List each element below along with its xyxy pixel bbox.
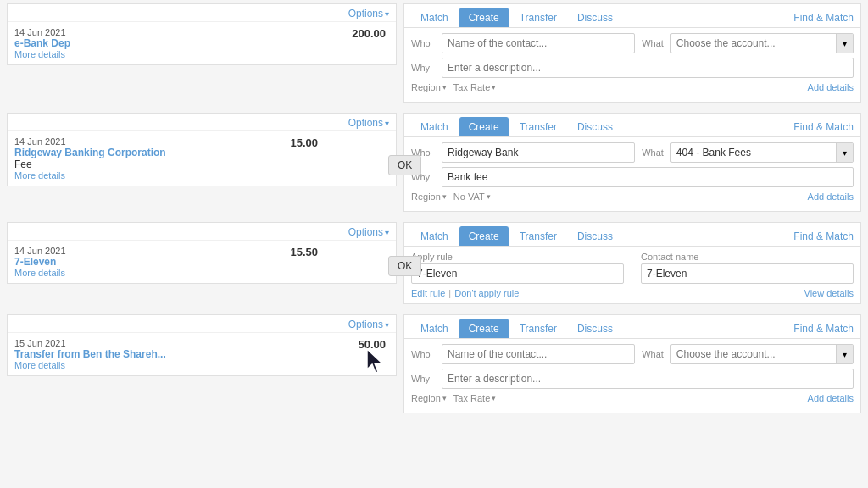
- add-details-btn-4[interactable]: Add details: [808, 393, 854, 403]
- tab-match-3[interactable]: Match: [411, 226, 458, 246]
- tab-create-1[interactable]: Create: [459, 8, 509, 27]
- what-label-1: What: [642, 38, 664, 48]
- transaction-row-3: Options 14 Jun 2021 7-Eleven More detail…: [7, 222, 861, 309]
- options-button-4[interactable]: Options: [348, 319, 389, 330]
- what-arrow-1[interactable]: ▾: [836, 34, 853, 53]
- view-details-btn[interactable]: View details: [804, 288, 854, 298]
- add-details-btn-2[interactable]: Add details: [808, 191, 854, 202]
- tab-transfer-4[interactable]: Transfer: [510, 319, 566, 338]
- tab-match-2[interactable]: Match: [411, 117, 458, 136]
- who-label-4: Who: [411, 349, 438, 359]
- transaction-debit-4: 0.00: [253, 338, 321, 370]
- who-input-4[interactable]: [442, 344, 635, 364]
- region-select-2[interactable]: Region: [411, 191, 447, 202]
- transaction-more-3[interactable]: More details: [14, 268, 253, 278]
- why-label-4: Why: [411, 374, 438, 384]
- cursor-icon: [364, 347, 387, 374]
- why-label-1: Why: [411, 63, 438, 73]
- transaction-row-1: Options 14 Jun 2021 e-Bank Dep More deta…: [7, 3, 861, 108]
- tax-select-1[interactable]: Tax Rate: [453, 82, 496, 92]
- why-input-2[interactable]: [442, 167, 854, 187]
- transaction-debit-2: 15.00: [253, 136, 321, 180]
- transaction-date-1: 14 Jun 2021: [14, 27, 253, 37]
- tab-transfer-3[interactable]: Transfer: [510, 226, 566, 246]
- transaction-more-1[interactable]: More details: [14, 49, 253, 59]
- svg-marker-0: [367, 349, 382, 373]
- cursor-arrow: [364, 347, 387, 377]
- tab-match-1[interactable]: Match: [411, 8, 458, 27]
- tab-transfer-1[interactable]: Transfer: [510, 8, 566, 27]
- ok-button-3[interactable]: OK: [388, 256, 421, 276]
- transaction-date-3: 14 Jun 2021: [14, 246, 253, 256]
- apply-rule-value: 7-Eleven: [411, 263, 624, 284]
- tab-match-4[interactable]: Match: [411, 319, 458, 338]
- transaction-name-2[interactable]: Ridgeway Banking Corporation: [14, 147, 253, 158]
- who-input-2[interactable]: [442, 142, 635, 163]
- transaction-name-1[interactable]: e-Bank Dep: [14, 37, 253, 49]
- transaction-more-2[interactable]: More details: [14, 170, 253, 180]
- find-match-4[interactable]: Find & Match: [793, 319, 854, 338]
- who-input-1[interactable]: [442, 33, 635, 53]
- transaction-date-4: 15 Jun 2021: [14, 338, 253, 348]
- what-arrow-2[interactable]: ▾: [836, 143, 853, 162]
- edit-rule-link[interactable]: Edit rule: [411, 288, 445, 298]
- what-label-4: What: [642, 349, 664, 359]
- ok-button-2[interactable]: OK: [388, 155, 421, 175]
- tab-create-3[interactable]: Create: [459, 226, 509, 246]
- transaction-name-4[interactable]: Transfer from Ben the Shareh...: [14, 348, 253, 360]
- transaction-name2-2: Fee: [14, 158, 253, 170]
- region-select-4[interactable]: Region: [411, 393, 447, 403]
- tax-select-4[interactable]: Tax Rate: [453, 393, 496, 403]
- transaction-date-2: 14 Jun 2021: [14, 136, 253, 147]
- add-details-btn-1[interactable]: Add details: [808, 82, 854, 92]
- find-match-3[interactable]: Find & Match: [793, 227, 854, 246]
- find-match-1[interactable]: Find & Match: [793, 8, 854, 27]
- what-arrow-4[interactable]: ▾: [836, 345, 853, 363]
- what-input-2[interactable]: ▾: [670, 142, 854, 163]
- transaction-credit-2: 0.00: [321, 136, 389, 180]
- tax-select-2[interactable]: No VAT: [453, 191, 491, 202]
- tab-discuss-4[interactable]: Discuss: [568, 319, 622, 338]
- dont-apply-link[interactable]: Don't apply rule: [454, 288, 519, 298]
- options-button-2[interactable]: Options: [348, 117, 389, 129]
- tab-discuss-3[interactable]: Discuss: [568, 226, 622, 246]
- transaction-debit-3: 15.50: [253, 246, 321, 278]
- options-button-1[interactable]: Options: [348, 8, 389, 19]
- tab-discuss-1[interactable]: Discuss: [568, 8, 622, 27]
- transaction-credit-3: 0.00: [321, 246, 389, 278]
- what-text-4[interactable]: [671, 346, 836, 363]
- who-label-1: Who: [411, 38, 438, 48]
- transaction-more-4[interactable]: More details: [14, 360, 253, 370]
- transaction-name-3[interactable]: 7-Eleven: [14, 256, 253, 268]
- contact-name-value: 7-Eleven: [641, 263, 854, 284]
- tab-discuss-2[interactable]: Discuss: [568, 117, 622, 136]
- tab-create-2[interactable]: Create: [459, 117, 509, 136]
- find-match-2[interactable]: Find & Match: [793, 118, 854, 136]
- what-input-1[interactable]: ▾: [670, 33, 854, 53]
- why-input-1[interactable]: [442, 58, 854, 78]
- transaction-debit-1: 0.00: [253, 27, 321, 59]
- tab-transfer-2[interactable]: Transfer: [510, 117, 566, 136]
- transaction-credit-1: 200.00: [321, 27, 389, 59]
- transaction-row-4: Options 15 Jun 2021 Transfer from Ben th…: [7, 314, 861, 419]
- what-input-4[interactable]: ▾: [670, 344, 854, 364]
- transaction-row-2: Options 14 Jun 2021 Ridgeway Banking Cor…: [7, 113, 861, 217]
- apply-rule-label: Apply rule: [411, 252, 624, 262]
- what-text-1[interactable]: [671, 35, 836, 52]
- what-text-2[interactable]: [671, 144, 836, 161]
- region-select-1[interactable]: Region: [411, 82, 447, 92]
- contact-name-label: Contact name: [641, 252, 854, 262]
- what-label-2: What: [642, 147, 664, 158]
- options-button-3[interactable]: Options: [348, 226, 389, 238]
- tab-create-4[interactable]: Create: [459, 319, 509, 338]
- why-input-4[interactable]: [442, 369, 854, 389]
